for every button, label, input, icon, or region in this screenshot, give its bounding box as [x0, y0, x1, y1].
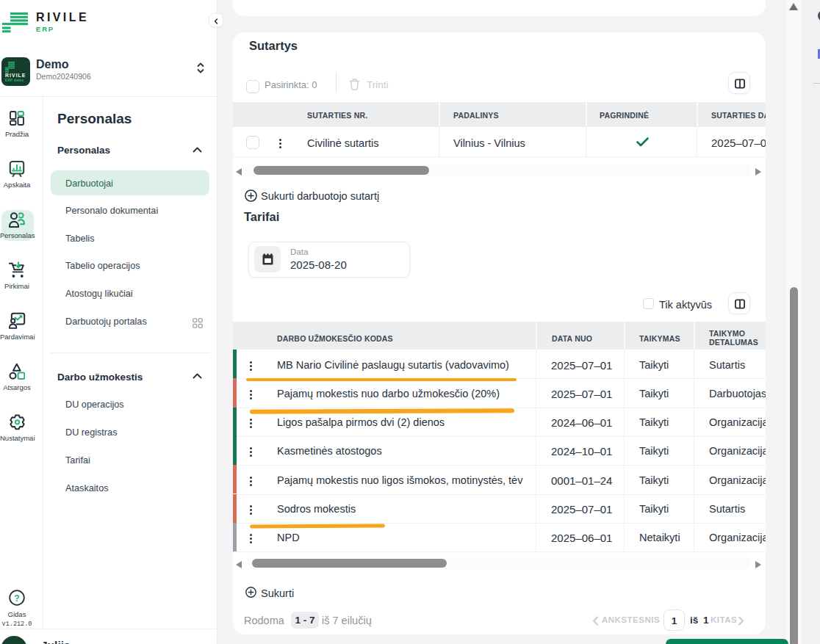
- svg-text:RIVILE: RIVILE: [5, 73, 26, 78]
- svg-text:ERP: ERP: [36, 25, 54, 33]
- svg-text:ERP demo: ERP demo: [5, 79, 24, 82]
- svg-text:?: ?: [14, 593, 19, 604]
- svg-text:RIVILE: RIVILE: [36, 12, 88, 23]
